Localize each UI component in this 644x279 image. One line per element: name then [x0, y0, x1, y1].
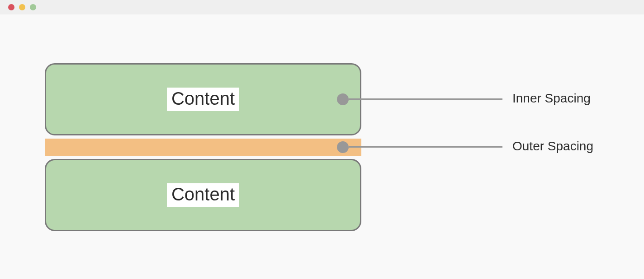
element-box-top: Content — [45, 63, 361, 135]
annotation-marker-inner — [337, 93, 349, 105]
diagram-canvas: Content Content Inner Spacing Outer Spac… — [0, 14, 644, 279]
annotation-leader-inner — [349, 98, 502, 100]
window-titlebar — [0, 0, 644, 14]
maximize-window-button[interactable] — [30, 4, 36, 10]
minimize-window-button[interactable] — [19, 4, 25, 10]
content-label-top: Content — [167, 88, 239, 111]
annotation-marker-outer — [337, 141, 349, 153]
close-window-button[interactable] — [8, 4, 14, 10]
annotation-label-inner: Inner Spacing — [512, 91, 591, 106]
annotation-label-outer: Outer Spacing — [512, 139, 593, 153]
element-box-bottom: Content — [45, 159, 361, 231]
content-label-bottom: Content — [167, 183, 239, 207]
margin-gap-bar — [45, 139, 361, 156]
annotation-leader-outer — [349, 146, 502, 148]
